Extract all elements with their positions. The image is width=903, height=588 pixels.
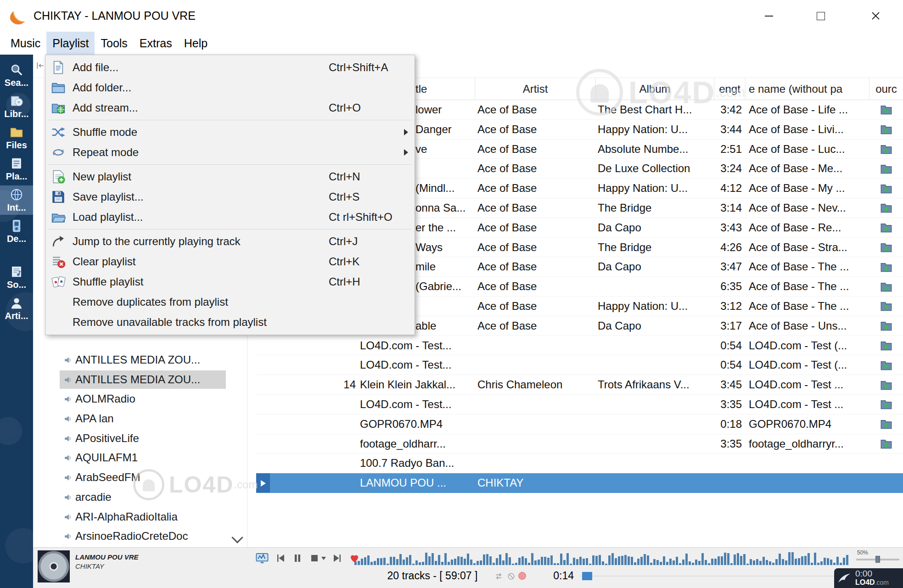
seek-track[interactable]: [580, 576, 850, 577]
station-list-item[interactable]: ArsinoeRadioCreteDoc: [33, 526, 247, 546]
menu-item-label: Clear playlist: [73, 255, 135, 268]
menubar-item[interactable]: Playlist: [46, 32, 95, 55]
elapsed-time: 0:14: [538, 570, 574, 582]
menu-item-label: Add file...: [73, 61, 118, 73]
volume-control[interactable]: 50%: [856, 549, 902, 566]
menu-item[interactable]: Add stream... Ctrl+O: [45, 98, 415, 118]
cell-length: 3:24: [714, 159, 746, 178]
menu-item-shortcut: Ctrl+Shift+A: [329, 57, 388, 78]
sidebar-item[interactable]: Sea...: [0, 61, 33, 90]
station-name: ARI-AlphaRadioItalia: [75, 510, 178, 523]
menu-item-shortcut: Ctrl+K: [329, 252, 359, 272]
column-header-length[interactable]: engt: [714, 78, 746, 100]
menu-item[interactable]: Add file... Ctrl+Shift+A: [45, 57, 415, 78]
column-header-source[interactable]: ourc: [869, 78, 903, 100]
menu-item-icon: [51, 234, 66, 249]
shuffle-status-icon[interactable]: [494, 572, 503, 581]
menu-item[interactable]: [45, 227, 415, 231]
sidebar-item[interactable]: De...: [0, 217, 33, 246]
station-list-item[interactable]: ANTILLES MEDIA ZOU...: [33, 350, 247, 370]
cell-filename: [746, 454, 869, 473]
minimize-button[interactable]: [756, 0, 782, 32]
menubar-item[interactable]: Extras: [134, 32, 178, 55]
menu-item[interactable]: Jump to the currently playing track Ctrl…: [45, 231, 415, 252]
column-header-artist[interactable]: Artist: [475, 78, 596, 100]
menu-item[interactable]: Save playlist... Ctrl+S: [45, 187, 415, 207]
station-list-item[interactable]: ArabSeedFM: [33, 468, 247, 487]
cell-artist: Ace of Base: [475, 179, 596, 198]
column-header-filename[interactable]: e name (without pa: [746, 78, 869, 100]
source-folder-icon: [880, 261, 892, 273]
station-list-item[interactable]: APA lan: [33, 409, 247, 429]
sidebar-item-label: Sea...: [5, 78, 28, 88]
close-button[interactable]: [862, 0, 889, 32]
station-list-item[interactable]: arcadie: [33, 487, 247, 507]
cell-artist: Ace of Base: [475, 257, 596, 276]
menu-item[interactable]: Remove unavailable tracks from playlist: [45, 312, 415, 332]
column-header-album[interactable]: Album: [596, 78, 714, 100]
pause-button[interactable]: [292, 553, 303, 564]
now-playing-artist: CHIKTAY: [75, 562, 139, 570]
menubar-item[interactable]: Music: [5, 32, 46, 55]
source-folder-icon: [880, 319, 892, 332]
table-row[interactable]: LO4D.com - Test... 0:54 LO4D.com - Test …: [256, 355, 903, 375]
stop-options-caret-icon[interactable]: [321, 557, 326, 560]
visualization-button[interactable]: [255, 551, 269, 565]
table-row[interactable]: 14Klein Klein Jakkal... Chris Chameleon …: [256, 375, 903, 395]
maximize-button[interactable]: [808, 0, 834, 32]
sidebar-item-label: Libr...: [4, 109, 28, 119]
menu-item[interactable]: Repeat mode: [45, 142, 415, 162]
menu-item[interactable]: Shuffle playlist Ctrl+H: [45, 272, 415, 292]
station-list: ANTILLES MEDIA ZOU... ANTILLES MEDIA ZOU…: [33, 350, 247, 546]
station-list-item[interactable]: ANTILLES MEDIA ZOU...: [33, 370, 247, 390]
station-list-item[interactable]: AOLMRadio: [33, 389, 247, 409]
menu-item[interactable]: [45, 118, 415, 122]
track-count-status: 20 tracks - [ 59:07 ]: [350, 570, 515, 582]
table-row[interactable]: GOPR0670.MP4 0:18 GOPR0670.MP4: [256, 414, 903, 434]
menu-item[interactable]: Remove duplicates from playlist: [45, 292, 415, 312]
record-indicator[interactable]: [518, 572, 526, 580]
station-list-item[interactable]: APositiveLife: [33, 429, 247, 448]
sidebar-item[interactable]: So...: [0, 263, 33, 292]
table-row[interactable]: footage_oldharr... 3:35 footage_oldharry…: [256, 434, 903, 454]
menu-item[interactable]: Shuffle mode: [45, 122, 415, 142]
station-list-item[interactable]: AQUILAFM1: [33, 448, 247, 468]
cell-artist: Ace of Base: [475, 297, 596, 316]
table-row[interactable]: LO4D.com - Test... 3:35 LO4D.com - Test …: [256, 395, 903, 414]
seek-handle[interactable]: [582, 572, 592, 580]
menu-item-icon: [51, 145, 66, 160]
cell-filename: LO4D.com - Test ...: [746, 395, 869, 414]
repeat-off-status-icon[interactable]: [507, 572, 516, 581]
cell-album: The Best Chart H...: [596, 100, 714, 119]
sidebar-item-icon: [10, 125, 23, 139]
menu-item[interactable]: Add folder...: [45, 78, 415, 98]
menubar-item[interactable]: Help: [178, 32, 213, 55]
panel-dock-icon[interactable]: [36, 61, 45, 70]
cell-album: [596, 473, 714, 493]
sidebar-item[interactable]: Files: [0, 123, 33, 152]
cell-artist: [475, 336, 596, 355]
volume-handle[interactable]: [875, 556, 880, 563]
cell-filename: Ace of Base - The ...: [746, 297, 869, 316]
menu-item-icon: [51, 101, 66, 115]
table-row[interactable]: 100.7 Radyo Ban...: [256, 454, 903, 473]
sidebar-item[interactable]: Int...: [0, 185, 33, 215]
sidebar-item[interactable]: Arti...: [0, 294, 33, 323]
next-button[interactable]: [332, 553, 343, 564]
table-row[interactable]: LANMOU POU ... CHIKTAY: [256, 473, 903, 493]
station-list-item[interactable]: ARI-AlphaRadioItalia: [33, 507, 247, 527]
menu-item[interactable]: New playlist Ctrl+N: [45, 167, 415, 187]
lo4d-badge: 0:00 LO4D.com: [834, 568, 903, 588]
menubar-item[interactable]: Tools: [95, 32, 133, 55]
menu-item[interactable]: [45, 162, 415, 167]
menu-item[interactable]: Load playlist... Ct rl+Shift+O: [45, 207, 415, 227]
stop-button[interactable]: [309, 553, 326, 564]
cell-source: [869, 140, 903, 159]
table-row[interactable]: LO4D.com - Test... 0:54 LO4D.com - Test …: [256, 336, 903, 356]
cell-length: 4:12: [714, 179, 746, 198]
previous-button[interactable]: [275, 553, 286, 564]
sidebar-item[interactable]: Libr...: [0, 92, 33, 121]
sidebar-item[interactable]: Pla...: [0, 154, 33, 184]
menu-item[interactable]: Clear playlist Ctrl+K: [45, 252, 415, 272]
album-art[interactable]: [38, 550, 70, 582]
